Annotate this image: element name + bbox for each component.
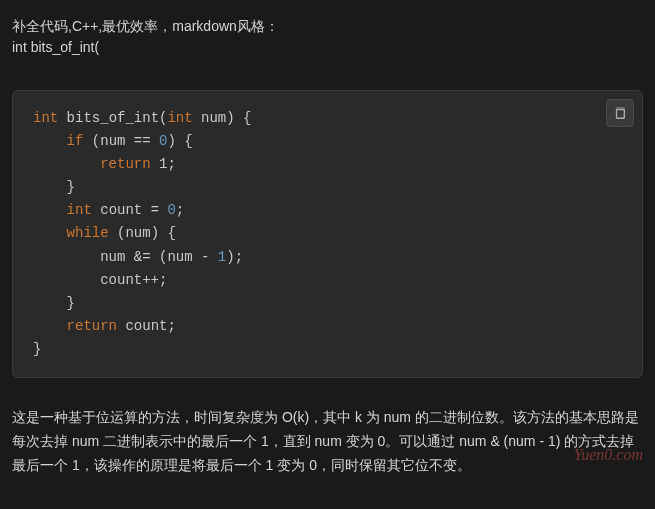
copy-icon <box>613 106 627 120</box>
code-line: if (num == 0) { <box>33 130 622 153</box>
watermark: Yuen0.com <box>574 446 643 464</box>
code-line: } <box>33 176 622 199</box>
prompt-line-1: 补全代码,C++,最优效率，markdown风格： <box>12 16 643 37</box>
prompt-line-2: int bits_of_int( <box>12 37 643 58</box>
code-line: } <box>33 292 622 315</box>
code-line: while (num) { <box>33 222 622 245</box>
code-line: } <box>33 338 622 361</box>
code-line: int bits_of_int(int num) { <box>33 107 622 130</box>
code-line: num &= (num - 1); <box>33 246 622 269</box>
explanation-text: 这是一种基于位运算的方法，时间复杂度为 O(k)，其中 k 为 num 的二进制… <box>0 390 655 489</box>
code-line: int count = 0; <box>33 199 622 222</box>
code-block: int bits_of_int(int num) { if (num == 0)… <box>12 90 643 378</box>
copy-button[interactable] <box>606 99 634 127</box>
code-line: return 1; <box>33 153 622 176</box>
code-line: count++; <box>33 269 622 292</box>
prompt-header: 补全代码,C++,最优效率，markdown风格： int bits_of_in… <box>0 0 655 78</box>
code-line: return count; <box>33 315 622 338</box>
